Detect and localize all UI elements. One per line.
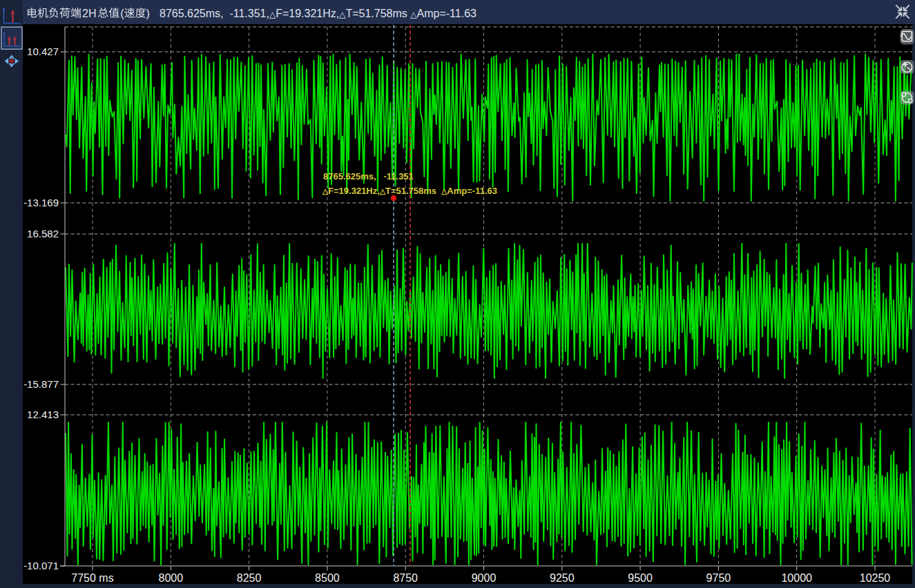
svg-text:-10.071: -10.071 xyxy=(23,560,59,571)
svg-text:9000: 9000 xyxy=(472,572,497,584)
svg-text:-13.169: -13.169 xyxy=(23,197,59,208)
svg-text:△F=19.321Hz,△T=51.758ms △Amp=: △F=19.321Hz,△T=51.758ms △Amp=-11.63 xyxy=(322,186,497,196)
svg-text:8000: 8000 xyxy=(159,572,184,584)
svg-text:-15.877: -15.877 xyxy=(23,378,59,390)
svg-text:2H: 2H xyxy=(82,8,96,19)
svg-text:9500: 9500 xyxy=(628,572,653,584)
svg-text:9250: 9250 xyxy=(550,572,575,584)
svg-text:9750: 9750 xyxy=(706,572,731,584)
svg-text:8765.625ms, -11.351,△F=19.321: 8765.625ms, -11.351,△F=19.321Hz,△T=51.75… xyxy=(160,8,476,19)
svg-text:8765.625ms, -11.351: 8765.625ms, -11.351 xyxy=(323,171,414,182)
svg-text:16.582: 16.582 xyxy=(27,228,59,239)
svg-text:8750: 8750 xyxy=(393,572,418,584)
svg-text:): ) xyxy=(146,8,150,19)
svg-text:12.413: 12.413 xyxy=(27,409,59,420)
svg-text:10250: 10250 xyxy=(860,572,891,584)
svg-text:10000: 10000 xyxy=(781,572,812,584)
svg-text:7750 ms: 7750 ms xyxy=(71,572,113,584)
svg-text:(: ( xyxy=(120,8,124,19)
svg-text:8250: 8250 xyxy=(237,572,262,584)
svg-text:8500: 8500 xyxy=(315,572,340,584)
svg-text:10.427: 10.427 xyxy=(27,46,59,57)
